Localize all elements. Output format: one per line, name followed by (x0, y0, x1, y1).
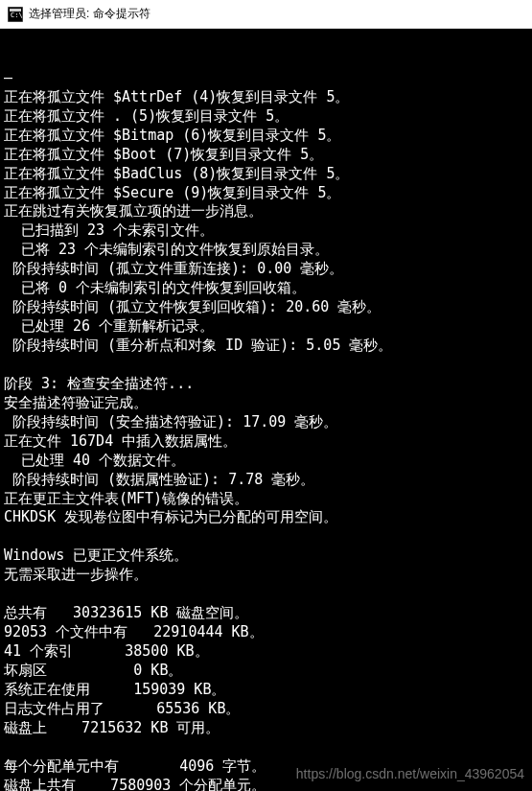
terminal-line: 41 个索引 38500 KB。 (4, 642, 528, 662)
window-title: 选择管理员: 命令提示符 (29, 6, 150, 22)
terminal-line: 坏扇区 0 KB。 (4, 662, 528, 681)
terminal-line (4, 738, 528, 757)
terminal-line: 日志文件占用了 65536 KB。 (4, 700, 528, 719)
svg-text:C:\: C:\ (11, 12, 23, 19)
terminal-line: 总共有 30323615 KB 磁盘空间。 (4, 604, 528, 623)
terminal-line: 92053 个文件中有 22910444 KB。 (4, 623, 528, 642)
terminal-line: 正在跳过有关恢复孤立项的进一步消息。 (4, 202, 528, 221)
terminal-line: 阶段持续时间 (数据属性验证): 7.78 毫秒。 (4, 471, 528, 490)
terminal-line: 已处理 40 个数据文件。 (4, 452, 528, 471)
terminal-line: 正在将孤立文件 $Secure (9)恢复到目录文件 5。 (4, 184, 528, 203)
terminal-line: 已将 0 个未编制索引的文件恢复到回收箱。 (4, 279, 528, 298)
terminal-line: 阶段持续时间 (孤立文件重新连接): 0.00 毫秒。 (4, 260, 528, 279)
watermark: https://blog.csdn.net/weixin_43962054 (296, 765, 524, 783)
terminal-line: 已扫描到 23 个未索引文件。 (4, 221, 528, 241)
terminal-line (4, 356, 528, 375)
terminal-output[interactable]: —正在将孤立文件 $AttrDef (4)恢复到目录文件 5。正在将孤立文件 .… (0, 29, 532, 791)
terminal-line: 正在将孤立文件 $Boot (7)恢复到目录文件 5。 (4, 146, 528, 165)
terminal-window: C:\ 选择管理员: 命令提示符 —正在将孤立文件 $AttrDef (4)恢复… (0, 0, 532, 791)
terminal-line: 已将 23 个未编制索引的文件恢复到原始目录。 (4, 241, 528, 260)
terminal-line: 安全描述符验证完成。 (4, 394, 528, 413)
terminal-line: 阶段持续时间 (安全描述符验证): 17.09 毫秒。 (4, 413, 528, 432)
cmd-icon: C:\ (8, 7, 23, 22)
terminal-line: 阶段持续时间 (孤立文件恢复到回收箱): 20.60 毫秒。 (4, 298, 528, 317)
terminal-line (4, 527, 528, 547)
terminal-line: 阶段持续时间 (重分析点和对象 ID 验证): 5.05 毫秒。 (4, 337, 528, 356)
terminal-line: 系统正在使用 159039 KB。 (4, 681, 528, 700)
terminal-line: 正在更正主文件表(MFT)镜像的错误。 (4, 490, 528, 509)
terminal-line: CHKDSK 发现卷位图中有标记为已分配的可用空间。 (4, 508, 528, 527)
terminal-line: 磁盘上 7215632 KB 可用。 (4, 719, 528, 738)
terminal-line: 阶段 3: 检查安全描述符... (4, 375, 528, 394)
terminal-line: 正在将孤立文件 $Bitmap (6)恢复到目录文件 5。 (4, 127, 528, 146)
terminal-line: 正在将孤立文件 . (5)恢复到目录文件 5。 (4, 107, 528, 127)
terminal-line: Windows 已更正文件系统。 (4, 547, 528, 566)
terminal-line: 已处理 26 个重新解析记录。 (4, 317, 528, 337)
terminal-line: 无需采取进一步操作。 (4, 566, 528, 585)
terminal-line: 正在将孤立文件 $AttrDef (4)恢复到目录文件 5。 (4, 88, 528, 107)
terminal-line: 正在文件 167D4 中插入数据属性。 (4, 432, 528, 452)
terminal-line (4, 585, 528, 604)
terminal-line: — (4, 69, 528, 88)
terminal-line: 正在将孤立文件 $BadClus (8)恢复到目录文件 5。 (4, 165, 528, 184)
terminal-lines: —正在将孤立文件 $AttrDef (4)恢复到目录文件 5。正在将孤立文件 .… (4, 69, 528, 791)
titlebar[interactable]: C:\ 选择管理员: 命令提示符 (0, 0, 532, 29)
